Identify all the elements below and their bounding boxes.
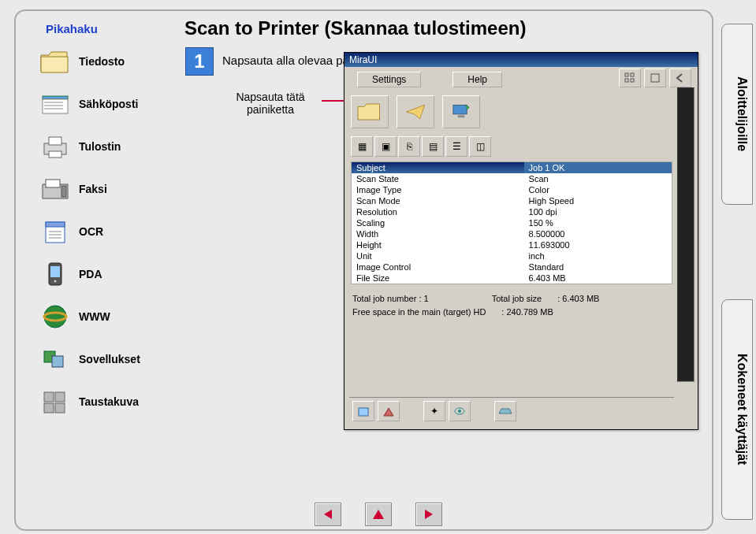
sidebar-item-sovellukset[interactable]: Sovellukset [39,345,173,373]
svg-rect-7 [49,151,61,158]
printer-icon [39,132,71,161]
tab-kokeneet[interactable]: Kokeneet käyttäjät [721,299,753,520]
step-number-badge: 1 [185,47,214,76]
sidebar-item-label: WWW [79,310,110,323]
window-title: MiraUI [349,54,693,65]
status-jobsize-val: : 6.403 MB [557,292,599,306]
sidebar-item-www[interactable]: WWW [39,302,173,331]
nav-prev-button[interactable] [315,502,341,526]
svg-rect-12 [46,222,65,227]
sidebar-item-label: Tiedosto [79,55,125,68]
table-row: Image TypeColor [352,184,672,195]
table-cell: Subject [352,162,524,174]
scanner-icon[interactable] [494,401,516,421]
svg-rect-10 [61,186,66,197]
svg-rect-31 [651,74,659,82]
tool-2-icon[interactable]: ▣ [374,136,397,157]
sidebar-item-pda[interactable]: PDA [39,260,173,288]
help-button[interactable]: Help [452,72,502,87]
sidebar-item-taustakuva[interactable]: Taustakuva [39,388,173,416]
svg-rect-33 [458,115,465,117]
svg-rect-34 [359,408,368,416]
svg-rect-32 [453,105,467,114]
table-row: File Size6.403 MB [352,273,672,284]
table-cell: File Size [352,273,524,284]
svg-rect-27 [625,73,628,76]
svg-rect-29 [625,79,628,82]
nav-next-button[interactable] [415,502,442,526]
sidebar-item-tiedosto[interactable]: Tiedosto [39,47,173,76]
svg-point-19 [44,306,66,328]
sidebar-item-faksi[interactable]: Faksi [39,175,173,203]
table-row: Resolution100 dpi [352,206,672,217]
table-cell: Job 1 OK [524,162,672,174]
prev-icon[interactable] [669,69,691,87]
table-row: Scaling150 % [352,217,672,228]
table-cell: Unit [352,250,524,261]
svg-rect-24 [55,392,65,402]
fullscreen-icon[interactable] [644,69,666,87]
svg-rect-26 [55,403,65,413]
bottom-tool-1-icon[interactable] [352,401,374,421]
table-cell: Image Control [352,261,524,273]
bottom-tool-2-icon[interactable] [378,401,400,421]
wand-icon[interactable]: ✦ [423,401,445,421]
table-cell: Scan State [352,173,524,184]
page-nav [315,502,442,526]
sidebar-item-label: Sähköposti [79,98,138,110]
wallpaper-icon [39,388,71,416]
svg-rect-1 [43,99,68,113]
table-cell: 100 dpi [524,206,672,217]
table-cell: Resolution [352,206,524,217]
svg-point-18 [54,280,57,283]
tab-aloittelijoille[interactable]: Aloittelijoille [721,24,753,205]
status-jobnum: Total job number : 1 [352,292,429,306]
email-icon [39,90,71,118]
svg-point-36 [458,410,461,413]
table-cell: Width [352,228,524,239]
pikahaku-heading: Pikahaku [46,22,98,35]
table-row: Image ControlStandard [352,261,672,273]
tool-3-icon[interactable]: ⎘ [398,136,420,157]
sidebar-item-tulostin[interactable]: Tulostin [39,132,173,161]
tool-4-icon[interactable]: ▤ [422,136,444,157]
table-cell: Height [352,239,524,250]
nav-up-button[interactable] [365,502,392,526]
sidebar-item-label: Faksi [79,183,107,195]
svg-rect-6 [49,137,61,145]
sidebar-item-label: Sovellukset [79,353,140,365]
table-row: Unitinch [352,250,672,261]
table-row: Width8.500000 [352,228,672,239]
svg-rect-0 [43,96,68,99]
page-title: Scan to Printer (Skannaa tulostimeen) [184,17,526,39]
table-cell: 11.693000 [524,239,672,250]
table-cell: Scaling [352,217,524,228]
callout-label: Napsauta tätä painiketta [219,91,322,116]
sidebar-item-label: Tulostin [79,140,121,153]
sidebar-item-label: PDA [79,268,102,280]
tool-6-icon[interactable]: ◫ [469,136,491,157]
send-button[interactable] [397,95,434,128]
folder-icon [39,47,71,76]
sidebar-item-sahkoposti[interactable]: Sähköposti [39,90,173,118]
grid-icon[interactable] [619,69,641,87]
monitor-button[interactable] [442,95,480,128]
table-cell: 6.403 MB [524,273,672,284]
table-cell: Scan [524,173,672,184]
folder-button[interactable] [351,95,389,128]
tool-1-icon[interactable]: ▦ [351,136,373,157]
table-cell: High Speed [524,195,672,206]
eye-icon[interactable] [449,401,471,421]
table-cell: inch [524,250,672,261]
sidebar-item-ocr[interactable]: OCR [39,217,173,246]
status-freespace-val: : 240.789 MB [501,306,553,319]
pda-icon [39,260,71,288]
table-cell: Standard [524,261,672,273]
tool-5-icon[interactable]: ☰ [445,136,467,157]
svg-rect-23 [44,392,54,402]
svg-rect-25 [44,403,54,413]
table-row: Scan ModeHigh Speed [352,195,672,206]
settings-button[interactable]: Settings [357,72,421,87]
bottom-toolbar: ✦ [349,397,674,425]
status-freespace-label: Free space in the main (target) HD [352,306,486,319]
